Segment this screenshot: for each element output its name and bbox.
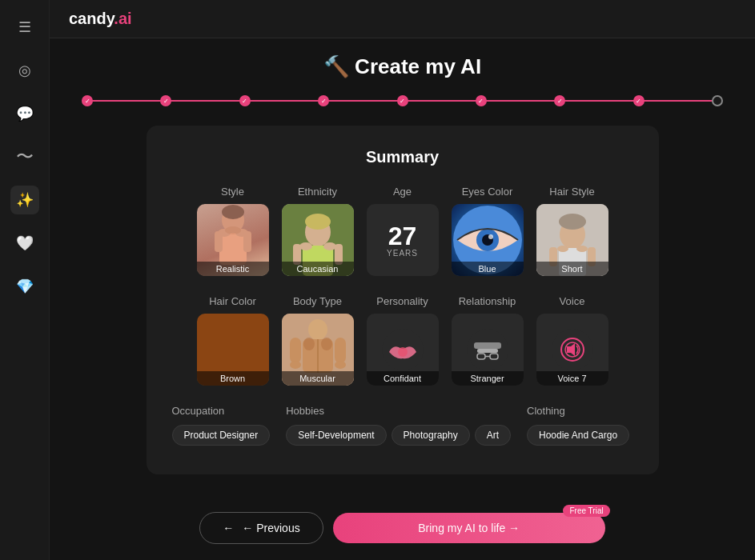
voice-image: Voice 7: [536, 314, 608, 386]
page-title-text: Create my AI: [355, 54, 481, 78]
svg-point-39: [398, 347, 408, 357]
summary-haircolor: Hair Color Brown: [197, 295, 269, 386]
progress-bar: [74, 95, 731, 106]
step-3[interactable]: [239, 95, 251, 106]
step-9[interactable]: [712, 95, 723, 106]
step-2[interactable]: [160, 95, 171, 106]
clothing-pill: Hoodie And Cargo: [527, 425, 629, 446]
svg-rect-1: [219, 233, 247, 265]
svg-point-32: [321, 338, 332, 350]
svg-point-19: [488, 234, 493, 239]
style-label: Realistic: [197, 262, 269, 276]
occupation-pill: Product Designer: [172, 425, 271, 446]
bring-to-life-button[interactable]: Bring my AI to life → Free Trial: [333, 513, 605, 543]
svg-point-36: [290, 361, 301, 369]
logo: candy.ai: [69, 10, 132, 28]
step-1[interactable]: [82, 95, 93, 106]
svg-point-6: [225, 226, 241, 234]
svg-point-13: [323, 242, 336, 250]
summary-hairstyle: Hair Style: [536, 186, 608, 276]
hairstyle-image: Short: [536, 204, 608, 276]
svg-point-7: [222, 205, 244, 219]
page-title: 🔨 Create my AI: [74, 54, 731, 79]
previous-button[interactable]: ← ← Previous: [199, 512, 323, 544]
bottom-buttons: ← ← Previous Bring my AI to life → Free …: [50, 499, 755, 560]
summary-voice: Voice: [536, 295, 608, 386]
hobby-1: Self-Development: [286, 425, 386, 446]
summary-bodytype: Body Type: [282, 295, 354, 386]
hobbies-pills: Self-Development Photography Art: [286, 425, 511, 446]
svg-rect-35: [335, 338, 346, 363]
summary-age: Age 27 YEARS: [367, 186, 439, 276]
summary-ethnicity: Ethnicity: [282, 186, 354, 276]
progress-steps: [82, 95, 723, 106]
step-8[interactable]: [633, 95, 645, 106]
sidebar-icon-chat[interactable]: 💬: [10, 99, 39, 128]
summary-style: Style: [197, 186, 269, 276]
age-box: 27 YEARS: [367, 204, 439, 276]
personality-image: Confidant: [367, 314, 439, 386]
summary-eyes: Eyes Color: [452, 186, 524, 276]
personality-label: Confidant: [367, 371, 439, 386]
summary-card: Summary Style: [147, 126, 659, 474]
svg-rect-41: [477, 349, 498, 353]
summary-row-2: Hair Color Brown Body Type: [172, 295, 633, 386]
clothing-group: Clothing Hoodie And Cargo: [527, 405, 629, 446]
summary-personality: Personality Confidant: [367, 295, 439, 386]
bodytype-label: Muscular: [282, 371, 354, 386]
eyes-label: Blue: [452, 262, 524, 276]
hobbies-group: Hobbies Self-Development Photography Art: [286, 405, 511, 446]
hairstyle-label: Short: [536, 262, 608, 276]
tags-row: Occupation Product Designer Hobbies Self…: [172, 405, 633, 446]
svg-rect-34: [290, 338, 301, 363]
sidebar-icon-wave[interactable]: 〜: [10, 142, 39, 171]
summary-relationship: Relationship: [452, 295, 524, 386]
haircolor-image: Brown: [197, 314, 269, 386]
step-4[interactable]: [318, 95, 329, 106]
sidebar: ☰ ◎ 💬 〜 ✨ 🤍 💎: [0, 0, 50, 560]
main-content: candy.ai 🔨 Create my AI: [50, 0, 755, 560]
hobby-2: Photography: [392, 425, 470, 446]
ethnicity-label: Caucasian: [282, 262, 354, 276]
svg-point-37: [335, 361, 346, 369]
svg-rect-42: [474, 342, 501, 349]
bring-label: Bring my AI to life →: [418, 522, 520, 534]
svg-point-12: [299, 242, 312, 250]
summary-title: Summary: [172, 148, 633, 166]
eyes-image: Blue: [452, 204, 524, 276]
hamburger-menu[interactable]: ☰: [10, 13, 39, 42]
svg-rect-5: [243, 231, 251, 252]
ethnicity-image: Caucasian: [282, 204, 354, 276]
relationship-label: Stranger: [452, 371, 524, 386]
bodytype-image: Muscular: [282, 314, 354, 386]
step-5[interactable]: [397, 95, 408, 106]
sidebar-icon-heart[interactable]: 🤍: [10, 229, 39, 258]
page-content: 🔨 Create my AI Summary: [50, 38, 755, 499]
free-trial-badge: Free Trial: [563, 505, 609, 517]
svg-point-29: [308, 319, 327, 340]
haircolor-label: Brown: [197, 371, 269, 386]
prev-arrow-icon: ←: [223, 522, 234, 534]
sidebar-icon-compass[interactable]: ◎: [10, 56, 39, 85]
relationship-image: Stranger: [452, 314, 524, 386]
occupation-group: Occupation Product Designer: [172, 405, 271, 446]
step-6[interactable]: [476, 95, 487, 106]
page-title-icon: 🔨: [323, 54, 349, 78]
sidebar-icon-magic[interactable]: ✨: [10, 186, 39, 214]
svg-rect-4: [215, 231, 223, 252]
step-7[interactable]: [554, 95, 565, 106]
svg-point-25: [576, 246, 588, 252]
prev-label: ← Previous: [242, 522, 299, 534]
sidebar-icon-diamond[interactable]: 💎: [10, 272, 39, 301]
svg-point-22: [559, 214, 586, 230]
voice-label: Voice 7: [536, 371, 608, 386]
summary-row-1: Style: [172, 186, 633, 276]
svg-point-31: [303, 338, 315, 350]
top-header: candy.ai: [50, 0, 755, 38]
svg-point-10: [305, 214, 331, 230]
svg-point-24: [557, 246, 568, 252]
style-image: Realistic: [197, 204, 269, 276]
hobby-3: Art: [475, 425, 511, 446]
